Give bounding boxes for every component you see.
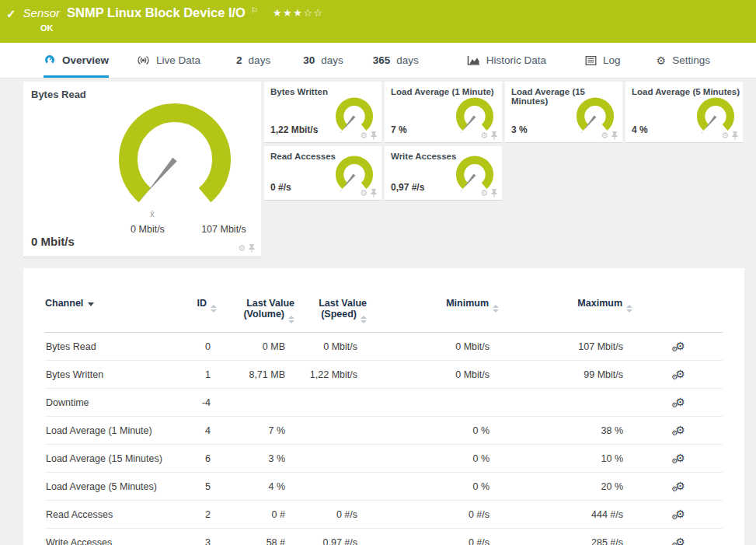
edit-channel-gears-icon[interactable]: ⚙⚙	[675, 397, 685, 407]
channel-table: Channel ID Last Value (Volume) Last Valu…	[45, 296, 723, 545]
gear-icon[interactable]: ⚙	[480, 131, 488, 140]
historic-data-chart-icon	[467, 55, 480, 66]
last-value-volume: 3 %	[221, 445, 299, 473]
column-header-channel[interactable]: Channel	[45, 296, 186, 333]
sort-icon[interactable]	[211, 305, 217, 313]
tab-log[interactable]: Log	[585, 43, 621, 78]
tab-2-days[interactable]: 2 days	[236, 43, 270, 78]
tab-label: Overview	[62, 54, 109, 66]
column-header-maximum[interactable]: Maximum	[503, 296, 637, 333]
channel-name: Bytes Written	[45, 361, 186, 389]
gauge-tile-bytes-read[interactable]: Bytes Read x̄ 0 Mbit/s 107 Mbit/s 0 Mbit…	[23, 82, 261, 257]
last-value-speed	[299, 473, 371, 501]
edit-channel-gears-icon[interactable]: ⚙⚙	[675, 480, 685, 491]
last-value-volume: 0 MB	[221, 333, 299, 361]
minimum-value: 0 %	[371, 445, 503, 473]
gear-icon[interactable]: ⚙	[721, 131, 729, 140]
minimum-value: 0 %	[371, 473, 503, 501]
channel-name: Read Accesses	[45, 501, 186, 529]
gear-icon[interactable]: ⚙	[238, 244, 246, 253]
maximum-value: 444 #/s	[503, 501, 637, 529]
sensor-header: ✓ Sensor SNMP Linux Block Device I/O ⚐ ★…	[0, 0, 756, 43]
tab-label: Live Data	[156, 54, 200, 66]
table-row: Read Accesses 2 0 # 0 #/s 0 #/s 444 #/s …	[45, 501, 723, 529]
edit-channel-gears-icon[interactable]: ⚙⚙	[675, 424, 685, 435]
gauge-tile-load-average-5-minutes[interactable]: Load Average (5 Minutes) 4 % ⚙	[625, 82, 743, 143]
channel-name: Load Average (15 Minutes)	[45, 445, 186, 473]
gauge-max-label: 107 Mbit/s	[188, 224, 260, 235]
gauge-tile-load-average-15-minutes[interactable]: Load Average (15 Minutes) 3 % ⚙	[505, 82, 622, 143]
gauge-tile-bytes-written[interactable]: Bytes Written 1,22 Mbit/s ⚙	[264, 82, 381, 143]
edit-channel-gears-icon[interactable]: ⚙⚙	[675, 508, 685, 519]
maximum-value: 20 %	[503, 473, 637, 501]
last-value-volume: 58 #	[221, 529, 299, 545]
sort-icon[interactable]	[288, 316, 294, 323]
pin-icon[interactable]	[491, 189, 497, 197]
edit-channel-gears-icon[interactable]: ⚙⚙	[675, 369, 685, 379]
channel-id: 1	[186, 361, 221, 389]
column-label: Last Value	[221, 298, 294, 309]
pin-icon[interactable]	[732, 131, 738, 140]
tab-number: 365	[373, 54, 391, 66]
last-value-speed	[299, 417, 371, 445]
tab-label: Settings	[672, 54, 710, 66]
pin-icon[interactable]	[371, 189, 377, 197]
tab-30-days[interactable]: 30 days	[303, 43, 343, 78]
flag-icon[interactable]: ⚐	[251, 6, 258, 15]
table-row: Load Average (15 Minutes) 6 3 % 0 % 10 %…	[45, 445, 723, 473]
pin-icon[interactable]	[371, 131, 377, 140]
tab-365-days[interactable]: 365 days	[373, 43, 419, 78]
gauge-title: Bytes Read	[31, 89, 86, 100]
gauge-title: Write Accesses	[391, 152, 456, 161]
column-header-last-value-volume[interactable]: Last Value (Volume)	[221, 296, 299, 333]
column-label: Minimum	[446, 298, 489, 309]
sort-icon[interactable]	[493, 305, 499, 313]
minimum-value: 0 %	[371, 417, 503, 445]
sort-icon[interactable]	[626, 305, 632, 313]
priority-star-rating[interactable]: ★★★☆☆	[273, 7, 324, 19]
settings-gear-icon: ⚙	[657, 54, 667, 67]
edit-channel-gears-icon[interactable]: ⚙⚙	[675, 341, 685, 351]
tab-settings[interactable]: ⚙ Settings	[657, 43, 710, 78]
tab-historic-data[interactable]: Historic Data	[467, 43, 546, 78]
minimum-value	[371, 389, 503, 417]
edit-channel-gears-icon[interactable]: ⚙⚙	[675, 452, 685, 463]
column-header-id[interactable]: ID	[186, 296, 221, 333]
gauge-current-value: 0,97 #/s	[391, 182, 424, 193]
channel-id: -4	[186, 389, 221, 417]
column-header-minimum[interactable]: Minimum	[371, 296, 503, 333]
minimum-value: 0 Mbit/s	[371, 333, 503, 361]
minimum-value: 0 #/s	[371, 501, 503, 529]
column-label: (Volume)	[243, 309, 284, 320]
pin-icon[interactable]	[249, 244, 255, 253]
gear-icon[interactable]: ⚙	[360, 131, 368, 140]
pin-icon[interactable]	[611, 131, 618, 140]
log-list-icon	[585, 56, 597, 65]
gauge-tile-read-accesses[interactable]: Read Accesses 0 #/s ⚙	[264, 146, 381, 201]
sort-icon[interactable]	[361, 316, 367, 323]
channel-id: 0	[186, 333, 221, 361]
gauge-tile-write-accesses[interactable]: Write Accesses 0,97 #/s ⚙	[385, 146, 502, 201]
gear-icon[interactable]: ⚙	[360, 189, 368, 197]
tab-overview[interactable]: Overview	[44, 43, 109, 78]
edit-channel-gears-icon[interactable]: ⚙⚙	[675, 536, 685, 545]
gauge-current-value: 1,22 Mbit/s	[270, 124, 318, 135]
channel-name: Load Average (1 Minute)	[45, 417, 186, 445]
column-label: (Speed)	[321, 309, 357, 320]
last-value-speed	[299, 445, 371, 473]
channel-name: Load Average (5 Minutes)	[45, 473, 186, 501]
tab-label: Historic Data	[486, 54, 546, 66]
tab-label: days	[321, 54, 343, 66]
last-value-speed	[299, 389, 371, 417]
last-value-volume: 8,71 MB	[221, 361, 299, 389]
gear-icon[interactable]: ⚙	[601, 131, 608, 140]
column-header-last-value-speed[interactable]: Last Value (Speed)	[299, 296, 371, 333]
gauge-current-value: 0 Mbit/s	[31, 235, 75, 248]
channel-id: 4	[186, 417, 221, 445]
gear-icon[interactable]: ⚙	[480, 189, 488, 197]
maximum-value: 285 #/s	[503, 529, 637, 545]
pin-icon[interactable]	[491, 131, 497, 140]
channel-id: 3	[186, 529, 221, 545]
tab-live-data[interactable]: Live Data	[137, 43, 200, 78]
gauge-tile-load-average-1-minute[interactable]: Load Average (1 Minute) 7 % ⚙	[385, 82, 502, 143]
